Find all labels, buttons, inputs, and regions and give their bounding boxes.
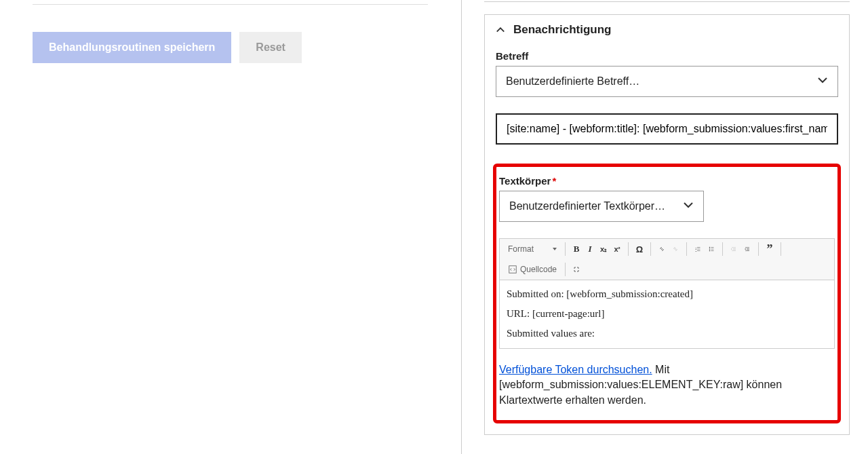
triangle-down-icon	[553, 248, 557, 250]
svg-point-6	[709, 247, 711, 248]
link-icon[interactable]	[656, 244, 667, 254]
editor-content[interactable]: Submitted on: [webform_submission:create…	[499, 280, 835, 349]
source-button[interactable]: Quellcode	[505, 262, 559, 277]
editor-line: Submitted on: [webform_submission:create…	[507, 288, 827, 300]
subject-dropdown[interactable]: Benutzerdefinierte Betreff…	[496, 66, 838, 97]
save-button[interactable]: Behandlungsroutinen speichern	[33, 32, 231, 63]
bold-icon[interactable]: B	[571, 244, 582, 254]
omega-icon[interactable]: Ω	[634, 244, 645, 254]
unordered-list-icon[interactable]	[706, 244, 717, 254]
body-label: Textkörper*	[499, 175, 835, 187]
subscript-icon[interactable]: x₂	[598, 244, 609, 254]
chevron-up-icon	[496, 25, 505, 35]
chevron-down-icon	[683, 200, 694, 213]
notification-panel: Benachrichtigung Betreff Benutzerdefinie…	[484, 14, 850, 435]
editor-line: Submitted values are:	[507, 328, 827, 339]
svg-point-7	[709, 248, 711, 250]
svg-text:3: 3	[696, 250, 697, 252]
body-dropdown[interactable]: Benutzerdefinierter Textkörper…	[499, 191, 704, 222]
unlink-icon[interactable]	[670, 244, 681, 254]
svg-point-8	[709, 250, 711, 252]
blockquote-icon[interactable]: ”	[764, 244, 775, 254]
token-help: Verfügbare Token durchsuchen. Mit [webfo…	[499, 362, 835, 408]
indent-icon[interactable]	[742, 244, 753, 254]
superscript-icon[interactable]: x²	[612, 244, 623, 254]
reset-button[interactable]: Reset	[239, 32, 302, 63]
token-link[interactable]: Verfügbare Token durchsuchen.	[499, 364, 652, 375]
ordered-list-icon[interactable]: 123	[692, 244, 703, 254]
panel-title: Benachrichtigung	[513, 23, 612, 37]
subject-label: Betreff	[496, 50, 838, 62]
format-dropdown[interactable]: Format	[505, 242, 559, 257]
body-dropdown-value: Benutzerdefinierter Textkörper…	[509, 200, 665, 212]
body-highlight: Textkörper* Benutzerdefinierter Textkörp…	[493, 164, 841, 423]
italic-icon[interactable]: I	[585, 244, 595, 254]
outdent-icon[interactable]	[728, 244, 739, 254]
editor-line: URL: [current-page:url]	[507, 308, 827, 320]
subject-dropdown-value: Benutzerdefinierte Betreff…	[506, 75, 639, 88]
maximize-icon[interactable]	[571, 264, 582, 275]
editor-toolbar: Format B I x₂ x² Ω	[499, 238, 835, 280]
panel-header[interactable]: Benachrichtigung	[485, 15, 849, 45]
subject-input[interactable]	[496, 113, 838, 145]
required-star: *	[552, 175, 556, 187]
chevron-down-icon	[817, 75, 828, 88]
